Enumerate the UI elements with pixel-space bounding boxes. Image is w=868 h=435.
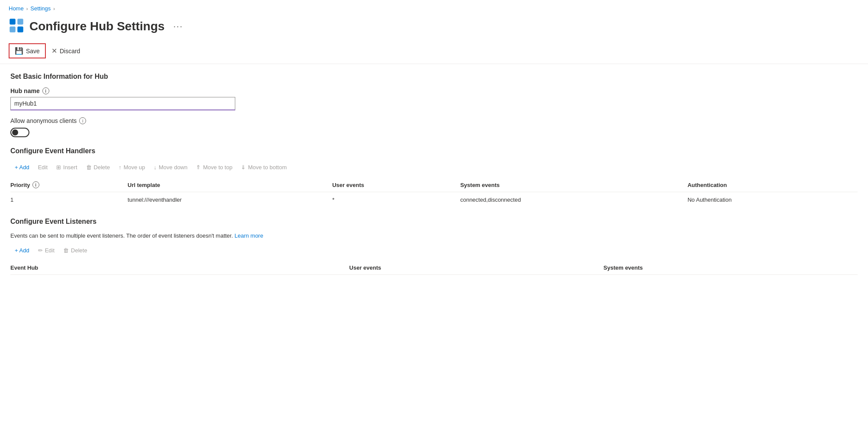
hub-name-info-icon[interactable]: i — [42, 87, 49, 94]
col-user-events: User events — [332, 178, 460, 192]
move-to-top-icon: ⇑ — [196, 164, 201, 171]
listeners-edit-icon: ✏ — [38, 247, 43, 254]
event-listeners-table: Event Hub User events System events — [10, 261, 858, 275]
more-options-button[interactable]: ··· — [170, 19, 187, 33]
breadcrumb-sep-2: › — [53, 6, 55, 11]
row-authentication: No Authentication — [688, 192, 858, 208]
discard-button[interactable]: ✕ Discard — [46, 44, 86, 58]
event-listeners-description: Events can be sent to multiple event lis… — [10, 232, 858, 239]
insert-icon: ⊞ — [56, 164, 61, 171]
listeners-col-event-hub: Event Hub — [10, 261, 349, 275]
handlers-edit-button: Edit — [34, 162, 52, 173]
handlers-insert-button: ⊞ Insert — [52, 162, 82, 173]
hub-name-field: Hub name i — [10, 87, 858, 110]
hub-icon — [9, 18, 24, 35]
col-priority: Priority i — [10, 178, 128, 192]
listeners-add-button[interactable]: + Add — [10, 245, 34, 256]
breadcrumb: Home › Settings › — [0, 0, 868, 14]
col-system-events: System events — [460, 178, 688, 192]
hub-name-label: Hub name i — [10, 87, 858, 94]
move-down-icon: ↓ — [154, 164, 157, 171]
handlers-move-up-button: ↑ Move up — [114, 162, 149, 173]
learn-more-link[interactable]: Learn more — [234, 232, 263, 239]
event-handlers-toolbar: + Add Edit ⊞ Insert 🗑 Delete ↑ Move up ↓… — [10, 162, 858, 173]
listeners-delete-button: 🗑 Delete — [59, 245, 92, 256]
discard-icon: ✕ — [51, 47, 57, 55]
col-url-template: Url template — [128, 178, 332, 192]
handlers-add-button[interactable]: + Add — [10, 162, 34, 173]
row-user-events: * — [332, 192, 460, 208]
handlers-move-down-button: ↓ Move down — [150, 162, 192, 173]
anonymous-clients-toggle[interactable] — [10, 128, 29, 137]
move-up-icon: ↑ — [119, 164, 122, 171]
anonymous-clients-label: Allow anonymous clients i — [10, 117, 858, 124]
svg-rect-2 — [10, 26, 16, 32]
discard-label: Discard — [60, 48, 80, 55]
hub-name-input[interactable] — [10, 97, 235, 110]
event-handlers-section-title: Configure Event Handlers — [10, 147, 858, 155]
handlers-delete-button: 🗑 Delete — [82, 162, 115, 173]
delete-icon: 🗑 — [86, 164, 92, 171]
event-handlers-table: Priority i Url template User events Syst… — [10, 178, 858, 207]
svg-rect-1 — [17, 19, 23, 25]
save-label: Save — [26, 48, 40, 55]
anonymous-info-icon[interactable]: i — [79, 117, 86, 124]
priority-info-icon[interactable]: i — [32, 181, 39, 188]
save-button[interactable]: 💾 Save — [9, 43, 46, 58]
table-row[interactable]: 1 tunnel:///eventhandler * connected,dis… — [10, 192, 858, 208]
row-priority: 1 — [10, 192, 128, 208]
row-url-template: tunnel:///eventhandler — [128, 192, 332, 208]
handlers-move-to-top-button: ⇑ Move to top — [192, 162, 237, 173]
svg-rect-3 — [17, 26, 23, 32]
breadcrumb-sep-1: › — [26, 6, 28, 11]
breadcrumb-settings[interactable]: Settings — [30, 5, 51, 12]
row-system-events: connected,disconnected — [460, 192, 688, 208]
listeners-delete-icon: 🗑 — [63, 247, 69, 254]
event-listeners-section-title: Configure Event Listeners — [10, 218, 858, 226]
col-authentication: Authentication — [688, 178, 858, 192]
page-header: Configure Hub Settings ··· — [0, 14, 868, 40]
svg-rect-0 — [10, 19, 16, 25]
event-listeners-toolbar: + Add ✏ Edit 🗑 Delete — [10, 245, 858, 256]
breadcrumb-home[interactable]: Home — [9, 5, 24, 12]
main-content: Set Basic Information for Hub Hub name i… — [0, 64, 868, 284]
toggle-slider — [10, 128, 29, 137]
page-title: Configure Hub Settings — [29, 19, 165, 33]
listeners-col-system-events: System events — [603, 261, 858, 275]
move-to-bottom-icon: ⇓ — [241, 164, 246, 171]
handlers-move-to-bottom-button: ⇓ Move to bottom — [237, 162, 291, 173]
listeners-col-user-events: User events — [349, 261, 604, 275]
listeners-edit-button: ✏ Edit — [34, 245, 59, 256]
basic-info-section-title: Set Basic Information for Hub — [10, 73, 858, 81]
page-toolbar: 💾 Save ✕ Discard — [0, 40, 868, 64]
save-icon: 💾 — [15, 47, 23, 55]
anonymous-clients-field: Allow anonymous clients i — [10, 117, 858, 139]
